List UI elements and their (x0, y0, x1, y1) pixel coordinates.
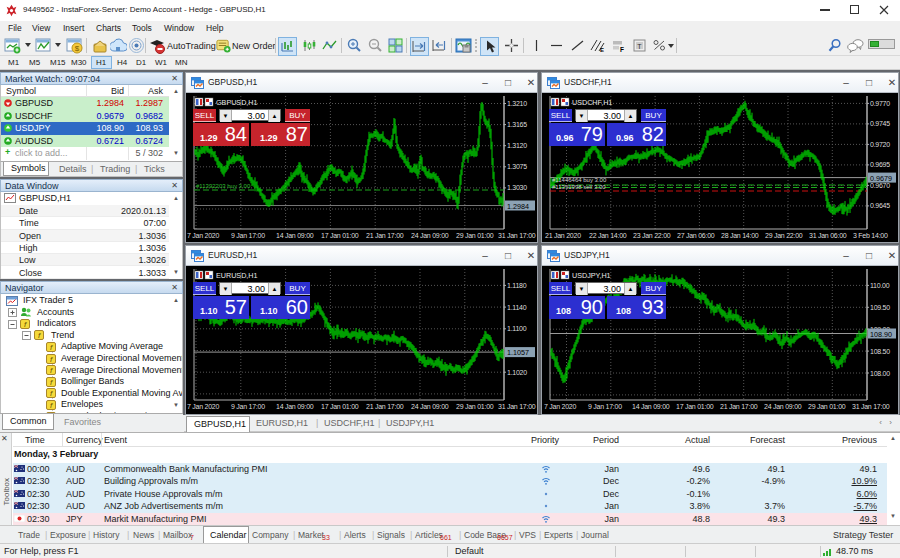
svg-text:9 Jan 17:00: 9 Jan 17:00 (588, 403, 622, 410)
svg-text:0.9670: 0.9670 (870, 182, 890, 189)
svg-text:1.3120: 1.3120 (507, 142, 527, 149)
svg-text:3 Feb 14:00: 3 Feb 14:00 (853, 232, 888, 239)
svg-text:27 Jan 06:00: 27 Jan 06:00 (677, 232, 715, 239)
svg-text:29 Jan 01:00: 29 Jan 01:00 (456, 232, 494, 239)
svg-text:1.1100: 1.1100 (507, 325, 527, 332)
svg-text:29 Jan 01:00: 29 Jan 01:00 (456, 403, 494, 410)
svg-text:USDCHF,H1: USDCHF,H1 (572, 98, 612, 107)
svg-text:1.3165: 1.3165 (507, 121, 527, 128)
svg-text:E: E (600, 47, 604, 53)
svg-text:9 Jan 17:00: 9 Jan 17:00 (231, 403, 265, 410)
svg-text:USDJPY,H1: USDJPY,H1 (572, 271, 611, 280)
svg-text:0.9645: 0.9645 (870, 202, 890, 209)
svg-text:1.1020: 1.1020 (507, 369, 527, 376)
svg-text:21 Jan 17:00: 21 Jan 17:00 (366, 403, 404, 410)
svg-text:108.00: 108.00 (870, 370, 890, 377)
svg-text:21 Jan 17:00: 21 Jan 17:00 (366, 232, 404, 239)
svg-text:24 Jan 09:00: 24 Jan 09:00 (411, 232, 449, 239)
svg-text:31 Jan 17:00: 31 Jan 17:00 (498, 403, 536, 410)
svg-text:108.90: 108.90 (870, 330, 892, 339)
svg-text:1.1057: 1.1057 (507, 348, 529, 357)
svg-text:31 Jan 17:00: 31 Jan 17:00 (498, 232, 536, 239)
svg-text:T: T (637, 43, 642, 50)
svg-text:9 Jan 17:00: 9 Jan 17:00 (231, 232, 265, 239)
svg-text:108.50: 108.50 (870, 348, 890, 355)
svg-text:24 Jan 09:00: 24 Jan 09:00 (411, 403, 449, 410)
svg-text:14 Jan 09:00: 14 Jan 09:00 (632, 403, 670, 410)
svg-text:29 Jan 01:00: 29 Jan 01:00 (808, 403, 846, 410)
svg-text:17 Jan 01:00: 17 Jan 01:00 (676, 403, 714, 410)
svg-text:#11391998 sell 3.00: #11391998 sell 3.00 (552, 184, 606, 190)
svg-text:#11392203 buy 3.00: #11392203 buy 3.00 (196, 183, 251, 189)
svg-text:21 Jan 2020: 21 Jan 2020 (545, 232, 581, 239)
svg-text:1.2984: 1.2984 (507, 202, 529, 211)
svg-text:1.3210: 1.3210 (507, 100, 527, 107)
svg-text:110.00: 110.00 (870, 282, 890, 289)
svg-text:1.1140: 1.1140 (507, 304, 527, 311)
svg-text:24 Jan 09:00: 24 Jan 09:00 (764, 403, 802, 410)
svg-text:14 Jan 09:00: 14 Jan 09:00 (276, 232, 314, 239)
svg-text:0.9695: 0.9695 (870, 161, 890, 168)
svg-text:22 Jan 14:00: 22 Jan 14:00 (589, 232, 627, 239)
svg-text:28 Jan 14:00: 28 Jan 14:00 (721, 232, 759, 239)
svg-text:31 Jan 17:00: 31 Jan 17:00 (852, 403, 890, 410)
svg-text:1.3030: 1.3030 (507, 184, 527, 191)
svg-text:29 Jan 22:00: 29 Jan 22:00 (765, 232, 803, 239)
svg-text:17 Jan 01:00: 17 Jan 01:00 (321, 232, 359, 239)
svg-text:109.50: 109.50 (870, 304, 890, 311)
svg-text:7 Jan 2020: 7 Jan 2020 (187, 403, 219, 410)
svg-text:23 Jan 22:00: 23 Jan 22:00 (633, 232, 671, 239)
svg-text:17 Jan 01:00: 17 Jan 01:00 (321, 403, 359, 410)
svg-text:1.3075: 1.3075 (507, 163, 527, 170)
svg-text:#11446464 buy 3.00: #11446464 buy 3.00 (552, 177, 607, 183)
svg-text:GBPUSD,H1: GBPUSD,H1 (216, 98, 258, 107)
svg-text:$: $ (75, 44, 80, 53)
svg-text:F: F (620, 46, 624, 53)
svg-text:0.9679: 0.9679 (870, 174, 892, 183)
svg-text:EURUSD,H1: EURUSD,H1 (216, 271, 258, 280)
svg-text:1.1180: 1.1180 (507, 282, 527, 289)
svg-text:7 Jan 2020: 7 Jan 2020 (544, 403, 576, 410)
svg-text:0.9770: 0.9770 (870, 100, 890, 107)
svg-text:7 Jan 2020: 7 Jan 2020 (187, 232, 219, 239)
svg-text:14 Jan 09:00: 14 Jan 09:00 (276, 403, 314, 410)
svg-text:0.9720: 0.9720 (870, 141, 890, 148)
svg-text:31 Jan 06:00: 31 Jan 06:00 (809, 232, 847, 239)
svg-text:0.9745: 0.9745 (870, 120, 890, 127)
svg-text:21 Jan 17:00: 21 Jan 17:00 (720, 403, 758, 410)
